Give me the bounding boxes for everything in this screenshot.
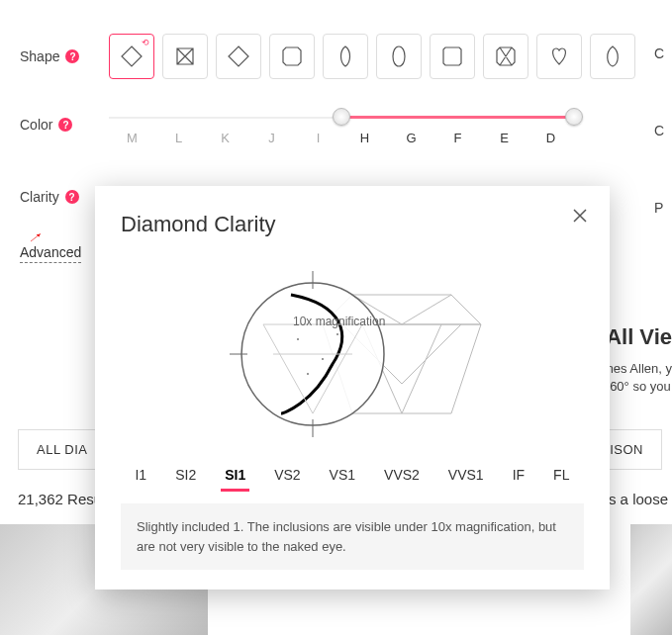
svg-point-5 <box>297 338 299 340</box>
tab-all-diamonds[interactable]: ALL DIA <box>18 429 106 470</box>
shape-cushion[interactable] <box>216 34 261 79</box>
shape-radiant[interactable] <box>430 34 475 79</box>
color-grade-I: I <box>295 131 341 145</box>
help-icon[interactable]: ? <box>65 190 79 204</box>
help-icon[interactable]: ? <box>65 49 79 63</box>
color-label: Color ? <box>20 117 109 133</box>
shape-oval[interactable] <box>376 34 422 79</box>
clarity-tab-VS2[interactable]: VS2 <box>270 461 304 492</box>
color-grade-G: G <box>388 131 434 145</box>
results-count: 21,362 Resul <box>18 491 105 507</box>
magnification-label: 10x magnification <box>293 315 385 328</box>
close-icon[interactable] <box>570 206 590 226</box>
svg-point-8 <box>336 333 338 335</box>
clarity-diagram <box>121 265 584 443</box>
reset-icon[interactable]: ⟲ <box>142 38 149 47</box>
all-view-heading: All Vie <box>606 324 672 350</box>
clarity-tab-I1[interactable]: I1 <box>131 461 150 492</box>
color-grade-F: F <box>434 131 481 145</box>
modal-title: Diamond Clarity <box>121 212 584 237</box>
svg-point-7 <box>307 373 309 375</box>
shape-heart[interactable] <box>536 34 582 79</box>
help-icon[interactable]: ? <box>58 118 72 132</box>
slider-handle-max[interactable] <box>565 108 583 126</box>
advanced-options-link[interactable]: Advanced <box>20 244 81 263</box>
shape-emerald[interactable] <box>269 34 315 79</box>
as-loose-text: as a loose <box>601 491 668 507</box>
svg-point-6 <box>322 358 324 360</box>
clarity-tab-VS1[interactable]: VS1 <box>326 461 359 492</box>
shape-label: Shape ? <box>20 48 109 64</box>
diamond-thumbnail[interactable] <box>630 524 672 635</box>
shape-round[interactable]: ⟲ <box>109 34 154 79</box>
all-view-sub: mes Allen, y 360° so you <box>603 360 672 396</box>
clarity-tab-IF[interactable]: IF <box>509 461 528 492</box>
clarity-tabs: I1SI2SI1VS2VS1VVS2VVS1IFFL <box>121 461 584 492</box>
shape-princess[interactable] <box>162 34 208 79</box>
clarity-tab-SI2[interactable]: SI2 <box>171 461 200 492</box>
color-grade-D: D <box>528 131 574 145</box>
clarity-tab-VVS2[interactable]: VVS2 <box>380 461 424 492</box>
color-grade-E: E <box>481 131 528 145</box>
right-cutoff-labels: C C P <box>654 45 672 277</box>
slider-handle-min[interactable] <box>333 108 350 126</box>
shape-pear[interactable] <box>590 34 635 79</box>
clarity-tab-VVS1[interactable]: VVS1 <box>444 461 488 492</box>
color-grade-J: J <box>248 131 295 145</box>
clarity-description: Slightly included 1. The inclusions are … <box>121 503 584 570</box>
shape-marquise[interactable] <box>323 34 368 79</box>
clarity-tab-SI1[interactable]: SI1 <box>221 461 249 492</box>
color-grade-K: K <box>202 131 248 145</box>
color-grade-H: H <box>341 131 388 145</box>
svg-line-0 <box>31 233 41 241</box>
clarity-tab-FL[interactable]: FL <box>549 461 573 492</box>
color-grade-L: L <box>155 131 202 145</box>
shape-asscher[interactable] <box>483 34 528 79</box>
shape-options: ⟲ <box>109 34 635 79</box>
clarity-modal: Diamond Clarity 10x magnificati <box>95 186 610 590</box>
color-grade-M: M <box>109 131 155 145</box>
slider-track[interactable] <box>109 117 574 119</box>
color-slider: MLKJIHGFED <box>109 117 632 145</box>
